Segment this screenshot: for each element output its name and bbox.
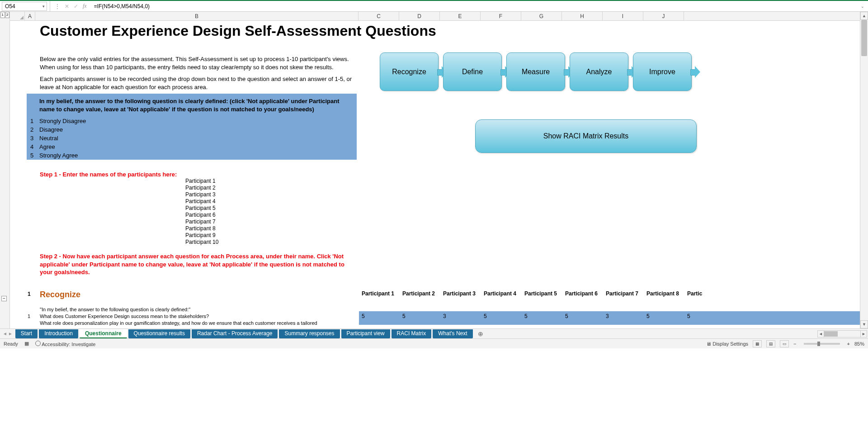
- process-btn-recognize[interactable]: Recognize: [380, 52, 439, 91]
- tab-introduction[interactable]: Introduction: [39, 329, 78, 338]
- display-settings[interactable]: 🖥 Display Settings: [706, 341, 748, 347]
- col-participant-3: Participant 3: [443, 290, 476, 297]
- col-participant-2: Participant 2: [402, 290, 435, 297]
- step-1-label: Step 1 - Enter the names of the particip…: [40, 171, 177, 178]
- answer-p2[interactable]: 5: [402, 313, 406, 319]
- hscroll-right-icon[interactable]: ►: [860, 331, 867, 337]
- outline-collapse[interactable]: −: [1, 296, 7, 301]
- participant-9[interactable]: Participant 9: [185, 232, 216, 238]
- participant-6[interactable]: Participant 6: [185, 212, 216, 218]
- col-participant-5: Participant 5: [524, 290, 557, 297]
- col-header-F[interactable]: F: [481, 12, 521, 20]
- formula-input[interactable]: =IF(N54>0,M54/N54,0): [90, 3, 857, 10]
- participant-2[interactable]: Participant 2: [185, 185, 216, 191]
- tab-summary-responses[interactable]: Summary responses: [279, 329, 340, 338]
- tab-radar-chart---process-average[interactable]: Radar Chart - Process Average: [192, 329, 278, 338]
- scroll-up-icon[interactable]: ▲: [860, 12, 868, 20]
- zoom-in-icon[interactable]: +: [847, 341, 850, 347]
- col-participant-7: Participant 7: [606, 290, 638, 297]
- participant-1[interactable]: Participant 1: [185, 178, 216, 184]
- q-number: 1: [28, 314, 30, 319]
- likert-row-2: 2Disagree: [27, 125, 357, 134]
- col-participant-6: Participant 6: [565, 290, 598, 297]
- raci-button[interactable]: Show RACI Matrix Results: [475, 119, 697, 153]
- col-header-D[interactable]: D: [399, 12, 440, 20]
- add-sheet-icon[interactable]: ⊕: [474, 330, 487, 337]
- answer-p3[interactable]: 3: [443, 313, 446, 319]
- zoom-level[interactable]: 85%: [854, 341, 864, 347]
- page-break-view-icon[interactable]: ▭: [780, 340, 789, 347]
- col-header-G[interactable]: G: [521, 12, 562, 20]
- tab-first-icon[interactable]: ◄: [3, 331, 7, 336]
- col-header-B[interactable]: B: [35, 12, 359, 20]
- tab-prev-icon[interactable]: ►: [8, 331, 13, 336]
- outline-level-1[interactable]: 1: [0, 12, 5, 18]
- normal-view-icon[interactable]: ▦: [753, 340, 762, 347]
- hscroll-left-icon[interactable]: ◄: [818, 331, 824, 337]
- horizontal-scrollbar[interactable]: ◄ ►: [817, 330, 867, 337]
- enter-icon[interactable]: ✓: [74, 3, 78, 10]
- hscroll-thumb[interactable]: [824, 331, 838, 337]
- col-header-A[interactable]: A: [25, 12, 35, 20]
- scroll-thumb[interactable]: [861, 20, 867, 56]
- process-btn-define[interactable]: Define: [443, 52, 502, 91]
- tab-questionnaire[interactable]: Questionnaire: [80, 329, 127, 338]
- likert-row-4: 4Agree: [27, 142, 357, 151]
- process-btn-measure[interactable]: Measure: [506, 52, 565, 91]
- zoom-slider[interactable]: [804, 343, 840, 345]
- col-header-I[interactable]: I: [603, 12, 643, 20]
- status-ready: Ready: [4, 341, 18, 347]
- answer-p4[interactable]: 5: [484, 313, 487, 319]
- outline-level-2[interactable]: 2: [5, 12, 10, 18]
- participant-5[interactable]: Participant 5: [185, 205, 216, 211]
- col-header-H[interactable]: H: [562, 12, 603, 20]
- col-header-E[interactable]: E: [440, 12, 481, 20]
- tab-participant-view[interactable]: Participant view: [341, 329, 390, 338]
- col-header-C[interactable]: C: [359, 12, 399, 20]
- expand-formula-icon[interactable]: ⌄: [857, 4, 868, 9]
- answer-p8[interactable]: 5: [646, 313, 650, 319]
- fx-icon[interactable]: fx: [83, 3, 87, 10]
- answer-p7[interactable]: 3: [606, 313, 609, 319]
- formula-bar: O54 ⋮ ✕ ✓ fx =IF(N54>0,M54/N54,0) ⌄: [0, 1, 868, 12]
- vertical-scrollbar[interactable]: ▲ ▼: [860, 12, 868, 328]
- drop-icon[interactable]: ⋮: [55, 3, 60, 10]
- belief-prompt: "In my belief, the answer to the followi…: [40, 307, 190, 312]
- likert-row-3: 3Neutral: [27, 134, 357, 142]
- process-btn-analyze[interactable]: Analyze: [570, 52, 628, 91]
- outline-column: 1 2 −: [0, 12, 10, 328]
- tab-start[interactable]: Start: [15, 329, 38, 338]
- step-2-label: Step 2 - Now have each participant answe…: [40, 252, 356, 276]
- column-headers: ABCDEFGHIJ: [10, 12, 860, 21]
- answer-row-bg: [359, 311, 860, 325]
- likert-row-1: 1Strongly Disagree: [27, 117, 357, 125]
- participant-10[interactable]: Participant 10: [185, 239, 218, 245]
- participant-3[interactable]: Participant 3: [185, 191, 216, 198]
- participant-8[interactable]: Participant 8: [185, 225, 216, 232]
- tab-raci-matrix[interactable]: RACI Matrix: [392, 329, 432, 338]
- col-participant-9: Partic: [687, 290, 702, 297]
- answer-p1[interactable]: 5: [362, 313, 365, 319]
- section-recognize: Recognize: [40, 290, 80, 299]
- status-bar: Ready ▦ Accessibility: Investigate 🖥 Dis…: [0, 338, 868, 348]
- answer-p9[interactable]: 5: [687, 313, 690, 319]
- process-btn-improve[interactable]: Improve: [633, 52, 692, 91]
- tab-questionnaire-results[interactable]: Questionnaire results: [128, 329, 190, 338]
- name-box[interactable]: O54: [2, 2, 47, 11]
- select-all-corner[interactable]: [10, 12, 25, 20]
- page-layout-view-icon[interactable]: ▤: [766, 340, 775, 347]
- cancel-icon[interactable]: ✕: [65, 3, 69, 10]
- accessibility-status[interactable]: Accessibility: Investigate: [35, 341, 96, 347]
- macro-icon[interactable]: ▦: [24, 341, 29, 347]
- scroll-down-icon[interactable]: ▼: [860, 320, 868, 328]
- zoom-out-icon[interactable]: −: [793, 341, 796, 347]
- participant-4[interactable]: Participant 4: [185, 198, 216, 204]
- col-participant-1: Participant 1: [362, 290, 394, 297]
- answer-p6[interactable]: 5: [565, 313, 568, 319]
- tab-what's-next[interactable]: What's Next: [433, 329, 472, 338]
- likert-row-5: 5Strongly Agree: [27, 151, 357, 160]
- participant-7[interactable]: Participant 7: [185, 218, 216, 225]
- answer-p5[interactable]: 5: [524, 313, 528, 319]
- col-header-J[interactable]: J: [643, 12, 684, 20]
- section-number: 1: [28, 291, 31, 297]
